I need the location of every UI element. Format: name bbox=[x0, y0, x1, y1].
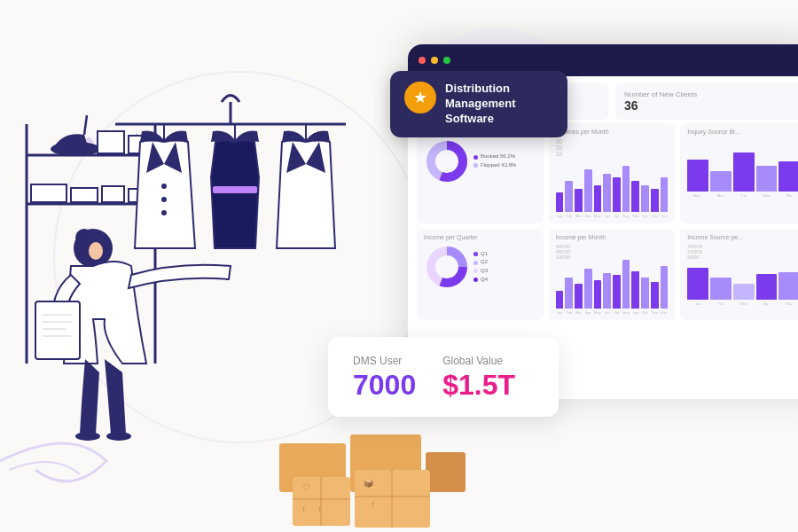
chart-income-source: Income Source pe... 45000250005000 Jan F… bbox=[680, 229, 798, 320]
donut-chart-1 bbox=[424, 138, 470, 184]
bar-0 bbox=[556, 192, 564, 212]
svg-point-29 bbox=[75, 432, 100, 441]
income-bar-6 bbox=[613, 275, 621, 309]
star-icon: ★ bbox=[413, 88, 427, 107]
svg-text:📦: 📦 bbox=[364, 478, 374, 489]
stat-global: Global Value $1.5T bbox=[442, 355, 515, 399]
income-bar-2 bbox=[575, 284, 583, 309]
bar-7 bbox=[622, 166, 630, 212]
svg-point-30 bbox=[106, 432, 131, 441]
svg-point-15 bbox=[161, 184, 167, 189]
bar-source-labels: Wee... Mon Tue Wed Thu bbox=[687, 193, 798, 198]
bar-months-inquiries: JanFebMarAprMayJunJulAugSepOctNovDec bbox=[556, 214, 669, 218]
income-bar-10 bbox=[651, 282, 659, 309]
bar-source-1 bbox=[687, 160, 708, 192]
bar-source-5 bbox=[778, 161, 798, 192]
donut-wrap-2: Q1 Q2 Q3 Q4 bbox=[424, 244, 536, 290]
donut-chart-2 bbox=[424, 244, 470, 290]
income-y-axis: 500003000010000 bbox=[556, 244, 669, 260]
bar-source-2 bbox=[710, 171, 732, 192]
dms-label: DMS User bbox=[353, 355, 416, 367]
income-bar-9 bbox=[641, 278, 649, 309]
bar-source-4 bbox=[756, 166, 778, 192]
bar-months-income: JanFebMarAprMayJunJulAugSepOctNovDec bbox=[556, 310, 669, 315]
bar-5 bbox=[603, 174, 611, 212]
income-source-labels: Jan Feb Mar Apr May bbox=[687, 301, 798, 306]
chart-inquiries-per-month: Inquiries per Month 302010 JanFebMarAprM… bbox=[549, 123, 676, 223]
chart-title-income-source: Income Source pe... bbox=[687, 234, 798, 240]
bar-1 bbox=[565, 181, 573, 212]
donut-label-flopped: Flopped 43.8% bbox=[473, 161, 516, 170]
income-bar-5 bbox=[603, 273, 611, 309]
boxes-area: ⬡ 📦 ↑ ↑ ↑ bbox=[275, 408, 470, 532]
bar-10 bbox=[651, 189, 659, 212]
svg-point-23 bbox=[89, 242, 103, 260]
dot-red bbox=[419, 57, 426, 64]
new-clients-value: 36 bbox=[624, 98, 798, 113]
bar-chart-source bbox=[687, 138, 798, 192]
global-label: Global Value bbox=[442, 355, 515, 367]
income-bar-4 bbox=[594, 280, 602, 309]
income-bar-1 bbox=[565, 278, 573, 309]
bar-6 bbox=[613, 177, 621, 212]
stat-box-new-clients: Number of New Clients 36 bbox=[615, 83, 798, 120]
svg-rect-19 bbox=[213, 186, 257, 193]
bar-source-3 bbox=[733, 153, 755, 192]
dot-purple-1 bbox=[473, 155, 478, 160]
chart-title-income-month: Income per Month bbox=[556, 234, 669, 240]
svg-rect-24 bbox=[35, 301, 80, 359]
badge-tooltip: ★ Distribution Management Software bbox=[390, 71, 567, 137]
bar-9 bbox=[641, 185, 649, 212]
chart-title-inquiries-month: Inquiries per Month bbox=[556, 129, 669, 135]
charts-row-1: Inquiry Breakdown Booked 56.2% Flopped 4… bbox=[408, 123, 798, 223]
income-bar-11 bbox=[661, 266, 669, 309]
chart-inquiry-breakdown: Inquiry Breakdown Booked 56.2% Flopped 4… bbox=[417, 123, 544, 223]
chart-title-source: Inquiry Source Br... bbox=[687, 129, 798, 135]
income-source-y: 45000250005000 bbox=[687, 244, 798, 260]
svg-text:⬡: ⬡ bbox=[303, 482, 310, 491]
charts-row-2: Income per Quarter Q1 Q2 bbox=[408, 223, 798, 320]
donut-labels-1: Booked 56.2% Flopped 43.8% bbox=[473, 153, 516, 169]
dms-value: 7000 bbox=[353, 371, 416, 399]
donut-labels-2: Q1 Q2 Q3 Q4 bbox=[473, 250, 488, 284]
stats-row: DMS User 7000 Global Value $1.5T bbox=[353, 355, 534, 399]
dot-yellow bbox=[431, 57, 438, 64]
donut-wrap-1: Booked 56.2% Flopped 43.8% bbox=[424, 138, 536, 184]
svg-rect-6 bbox=[31, 184, 66, 202]
income-bar-7 bbox=[622, 260, 630, 309]
svg-text:↑: ↑ bbox=[301, 505, 306, 514]
bar-chart-inquiries bbox=[556, 159, 669, 212]
svg-rect-3 bbox=[98, 131, 124, 153]
svg-point-22 bbox=[75, 229, 93, 246]
global-value: $1.5T bbox=[442, 371, 515, 399]
svg-text:↑: ↑ bbox=[371, 499, 375, 509]
stat-dms: DMS User 7000 bbox=[353, 355, 416, 399]
svg-line-2 bbox=[84, 115, 87, 135]
dot-light-1 bbox=[473, 163, 478, 168]
svg-point-17 bbox=[161, 210, 167, 215]
svg-point-16 bbox=[161, 197, 167, 202]
income-bar-0 bbox=[556, 291, 564, 309]
chart-title-income-quarter: Income per Quarter bbox=[424, 234, 536, 240]
bar-4 bbox=[594, 185, 602, 212]
chart-income-quarter: Income per Quarter Q1 Q2 bbox=[417, 229, 544, 320]
chart-income-month: Income per Month 500003000010000 JanFebM… bbox=[549, 229, 676, 320]
y-axis-label: 302010 bbox=[556, 138, 669, 157]
bar-chart-income bbox=[556, 260, 669, 309]
boxes-svg: ⬡ 📦 ↑ ↑ ↑ bbox=[275, 408, 470, 532]
bar-11 bbox=[661, 177, 669, 212]
chart-inquiry-source: Inquiry Source Br... Wee... Mon Tue Wed … bbox=[680, 123, 798, 223]
dot-green bbox=[443, 57, 450, 64]
stats-card: DMS User 7000 Global Value $1.5T bbox=[328, 337, 559, 417]
income-bar-8 bbox=[631, 271, 639, 309]
svg-text:↑: ↑ bbox=[317, 505, 322, 514]
svg-rect-8 bbox=[102, 186, 124, 202]
svg-rect-7 bbox=[71, 188, 98, 202]
new-clients-label: Number of New Clients bbox=[624, 90, 798, 98]
donut-label-booked: Booked 56.2% bbox=[473, 153, 516, 161]
bar-3 bbox=[584, 169, 592, 212]
income-bar-3 bbox=[584, 269, 592, 309]
badge-title: Distribution Management Software bbox=[445, 82, 553, 127]
bar-8 bbox=[631, 181, 639, 212]
badge-star-icon: ★ bbox=[404, 82, 436, 113]
